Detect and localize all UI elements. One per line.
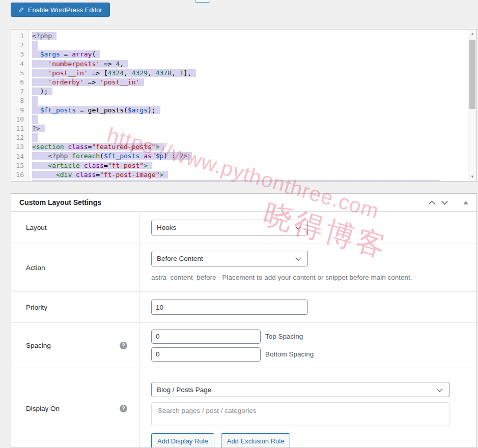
row-display-on: Display On ? Blog / Posts Page Add Displ… bbox=[11, 368, 476, 448]
row-spacing: Spacing ? Top Spacing Bottom Spacing bbox=[11, 323, 476, 368]
cropped-top-button[interactable] bbox=[195, 0, 210, 3]
display-on-select[interactable]: Blog / Posts Page bbox=[151, 382, 449, 397]
action-description: astra_content_before - Placement to add … bbox=[151, 274, 476, 281]
code-line[interactable]: <?php bbox=[32, 32, 468, 41]
row-priority: Priority bbox=[11, 292, 476, 323]
scrollbar-thumb[interactable] bbox=[469, 40, 475, 109]
top-spacing-input[interactable] bbox=[151, 330, 261, 344]
code-line[interactable]: $ft_posts = get_posts($args); bbox=[32, 106, 468, 115]
action-label: Action bbox=[26, 264, 45, 272]
code-line[interactable]: 'numberposts' => 4, bbox=[32, 59, 468, 69]
metabox-header: Custom Layout Settings bbox=[11, 194, 476, 212]
chevron-down-icon bbox=[437, 386, 442, 392]
editor-gutter: 1234567891011121314151617 bbox=[11, 29, 29, 181]
layout-select[interactable]: Hooks bbox=[151, 220, 308, 235]
action-select[interactable]: Before Content bbox=[151, 251, 308, 266]
scroll-up-icon[interactable]: ▲ bbox=[468, 32, 476, 36]
scroll-down-icon[interactable]: ▼ bbox=[468, 174, 476, 179]
code-line[interactable]: 'orderby' => 'post__in' bbox=[32, 78, 468, 87]
code-line[interactable]: <div class="ft-post-image"> bbox=[32, 170, 468, 180]
code-line[interactable]: <?php foreach($ft_posts as $p) : ?> bbox=[32, 152, 468, 161]
move-down-icon[interactable] bbox=[441, 198, 448, 205]
code-editor[interactable]: 1234567891011121314151617 <?php $args = … bbox=[11, 29, 477, 182]
priority-input[interactable] bbox=[151, 300, 308, 315]
custom-layout-settings-panel: Custom Layout Settings Layout Hooks Acti… bbox=[11, 193, 477, 448]
add-exclusion-rule-button[interactable]: Add Exclusion Rule bbox=[221, 433, 291, 448]
help-icon[interactable]: ? bbox=[120, 342, 127, 349]
bottom-spacing-label: Bottom Spacing bbox=[265, 350, 314, 358]
move-up-icon[interactable] bbox=[429, 200, 435, 207]
chevron-down-icon bbox=[295, 224, 301, 229]
enable-wordpress-editor-button[interactable]: ✎ Enable WordPress Editor bbox=[11, 3, 110, 17]
display-rule-search-input[interactable] bbox=[151, 402, 449, 426]
top-spacing-label: Top Spacing bbox=[265, 333, 303, 340]
code-line[interactable]: ?> bbox=[32, 124, 468, 133]
code-line[interactable] bbox=[32, 180, 468, 181]
chevron-down-icon bbox=[295, 255, 301, 260]
code-line[interactable] bbox=[32, 41, 468, 50]
code-line[interactable]: <section class="featured-posts"> bbox=[32, 142, 468, 152]
help-icon[interactable]: ? bbox=[120, 405, 127, 412]
layout-select-value: Hooks bbox=[157, 224, 176, 231]
display-on-select-value: Blog / Posts Page bbox=[157, 386, 211, 394]
code-line[interactable]: ); bbox=[32, 87, 468, 96]
code-line[interactable] bbox=[32, 133, 468, 142]
action-select-value: Before Content bbox=[157, 255, 203, 262]
code-line[interactable]: <article class="ft-post"> bbox=[32, 161, 468, 170]
code-line[interactable] bbox=[32, 96, 468, 105]
layout-label: Layout bbox=[26, 224, 47, 231]
add-display-rule-button[interactable]: Add Display Rule bbox=[151, 433, 214, 448]
metabox-title: Custom Layout Settings bbox=[19, 198, 430, 206]
code-line[interactable]: $args = array( bbox=[32, 50, 468, 59]
collapse-toggle-icon[interactable] bbox=[463, 201, 468, 204]
priority-label: Priority bbox=[26, 304, 47, 311]
enable-editor-label: Enable WordPress Editor bbox=[28, 6, 102, 14]
row-layout: Layout Hooks bbox=[11, 212, 476, 244]
editor-scrollbar[interactable]: ▲ ▼ bbox=[468, 29, 476, 181]
editor-code[interactable]: <?php $args = array( 'numberposts' => 4,… bbox=[29, 29, 468, 181]
row-action: Action Before Content astra_content_befo… bbox=[11, 244, 476, 292]
spacing-label: Spacing bbox=[26, 342, 51, 349]
code-line[interactable] bbox=[32, 115, 468, 124]
bottom-spacing-input[interactable] bbox=[151, 347, 261, 362]
code-line[interactable]: 'post__in' => [4324, 4329, 4378, 1], bbox=[32, 69, 468, 78]
display-on-label: Display On bbox=[26, 405, 60, 412]
pencil-icon: ✎ bbox=[18, 7, 24, 13]
